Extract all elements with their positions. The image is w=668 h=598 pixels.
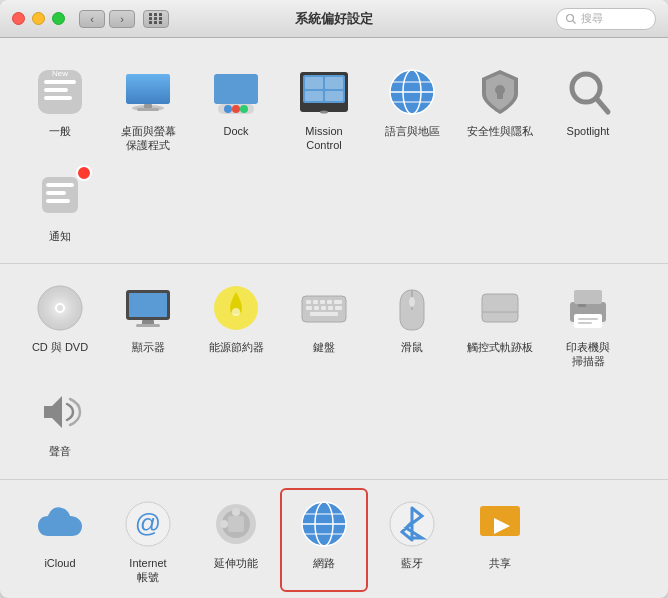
dock-label: Dock [223,124,248,138]
pref-energy[interactable]: 能源節約器 [192,272,280,377]
svg-rect-54 [327,300,332,304]
svg-rect-4 [44,88,68,92]
notification-badge [76,165,92,181]
cddvd-label: CD 與 DVD [32,340,88,354]
pref-trackpad[interactable]: 觸控式軌跡板 [456,272,544,377]
pref-security[interactable]: 安全性與隱私 [456,56,544,161]
minimize-button[interactable] [32,12,45,25]
traffic-lights [12,12,65,25]
energy-label: 能源節約器 [209,340,264,354]
icloud-icon [32,496,88,552]
internet-icons: iCloud @ Internet帳號 [16,488,652,593]
notification-icon [32,169,88,225]
pref-display[interactable]: 顯示器 [104,272,192,377]
cddvd-icon [32,280,88,336]
svg-rect-11 [137,108,159,111]
pref-dock[interactable]: Dock [192,56,280,161]
bluetooth-icon [384,496,440,552]
svg-rect-8 [126,74,170,104]
search-placeholder: 搜尋 [581,11,603,26]
pref-keyboard[interactable]: 鍵盤 [280,272,368,377]
extensions-label: 延伸功能 [214,556,258,570]
svg-point-41 [57,305,63,311]
svg-rect-20 [325,77,343,89]
pref-sound[interactable]: 聲音 [16,376,104,466]
general-icon: New [32,64,88,120]
spotlight-icon [560,64,616,120]
svg-point-15 [232,105,240,113]
energy-icon [208,280,264,336]
trackpad-label: 觸控式軌跡板 [467,340,533,354]
svg-point-16 [240,105,248,113]
pref-network[interactable]: 網路 [280,488,368,593]
pref-sharing[interactable]: 共享 [456,488,544,593]
pref-cddvd[interactable]: CD 與 DVD [16,272,104,377]
sharing-icon [472,496,528,552]
pref-bluetooth[interactable]: 藍牙 [368,488,456,593]
svg-point-23 [320,111,328,114]
extensions-icon [208,496,264,552]
window-title: 系統偏好設定 [295,10,373,28]
svg-rect-52 [313,300,318,304]
section-internet: iCloud @ Internet帳號 [0,480,668,598]
svg-rect-58 [321,306,326,310]
desktop-icon [120,64,176,120]
svg-rect-59 [328,306,333,310]
pref-mouse[interactable]: 滑鼠 [368,272,456,377]
pref-notification[interactable]: 通知 [16,161,104,251]
pref-internet[interactable]: @ Internet帳號 [104,488,192,593]
pref-general[interactable]: New 一般 [16,56,104,161]
svg-rect-69 [578,304,586,307]
svg-rect-64 [482,294,518,322]
pref-desktop[interactable]: 桌面與螢幕保護程式 [104,56,192,161]
pref-icloud[interactable]: iCloud [16,488,104,593]
preferences-content: New 一般 [0,38,668,598]
trackpad-icon [472,280,528,336]
svg-point-63 [409,297,415,307]
sound-label: 聲音 [49,444,71,458]
svg-point-0 [567,14,574,21]
section-hardware: CD 與 DVD 顯示器 [0,264,668,480]
pref-printer[interactable]: 印表機與掃描器 [544,272,632,377]
mission-control-label: MissionControl [305,124,342,153]
svg-rect-57 [314,306,319,310]
svg-point-14 [224,105,232,113]
desktop-label: 桌面與螢幕保護程式 [121,124,176,153]
back-button[interactable]: ‹ [79,10,105,28]
dock-icon [208,64,264,120]
spotlight-label: Spotlight [567,124,610,138]
svg-line-1 [573,20,576,23]
svg-rect-68 [574,314,602,328]
icloud-label: iCloud [44,556,75,570]
svg-rect-46 [136,324,160,327]
pref-spotlight[interactable]: Spotlight [544,56,632,161]
svg-rect-19 [305,77,323,89]
network-icon [296,496,352,552]
pref-language[interactable]: 語言與地區 [368,56,456,161]
svg-rect-51 [306,300,311,304]
svg-rect-37 [46,199,70,203]
printer-label: 印表機與掃描器 [566,340,610,369]
mouse-label: 滑鼠 [401,340,423,354]
general-label: 一般 [49,124,71,138]
sound-icon [32,384,88,440]
grid-view-button[interactable] [143,10,169,28]
pref-extensions[interactable]: 延伸功能 [192,488,280,593]
nav-buttons: ‹ › [79,10,135,28]
pref-mission-control[interactable]: MissionControl [280,56,368,161]
forward-button[interactable]: › [109,10,135,28]
close-button[interactable] [12,12,25,25]
keyboard-label: 鍵盤 [313,340,335,354]
svg-rect-71 [578,322,592,324]
grid-icon [149,13,163,24]
svg-text:New: New [52,69,68,78]
fullscreen-button[interactable] [52,12,65,25]
titlebar: ‹ › 系統偏好設定 搜尋 [0,0,668,38]
svg-rect-60 [335,306,342,310]
svg-point-79 [220,520,228,528]
system-preferences-window: ‹ › 系統偏好設定 搜尋 [0,0,668,598]
security-icon [472,64,528,120]
printer-icon [560,280,616,336]
search-box[interactable]: 搜尋 [556,8,656,30]
svg-rect-77 [228,516,244,532]
